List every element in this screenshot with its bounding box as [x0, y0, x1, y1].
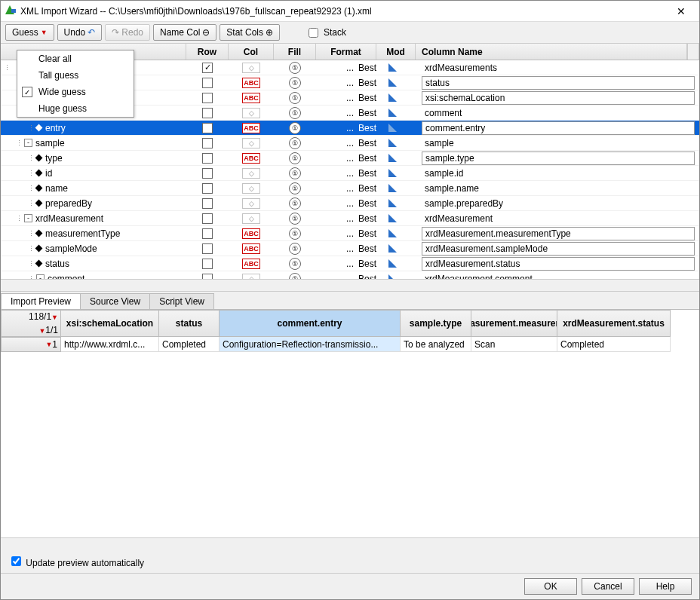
mod-cell[interactable]: [376, 214, 416, 222]
column-name-cell[interactable]: xrdMeasurement: [416, 213, 699, 224]
tree-row[interactable]: ⋮entryABC①...Best: [1, 121, 699, 136]
fill-cell[interactable]: ①: [274, 62, 316, 74]
preview-cell[interactable]: Completed: [159, 337, 220, 352]
preview-corner[interactable]: 118/1▼ ▼1/1: [1, 310, 61, 337]
format-cell[interactable]: ...Best: [316, 274, 376, 280]
fill-cell[interactable]: ①: [274, 107, 316, 119]
column-name-cell[interactable]: [416, 257, 699, 271]
stat-cols-button[interactable]: Stat Cols⊕: [220, 24, 280, 41]
col-type[interactable]: ABC: [229, 259, 274, 269]
menu-tall-guess[interactable]: Tall guess: [17, 67, 134, 84]
tree-row[interactable]: ⋮measurementTypeABC①...Best: [1, 226, 699, 241]
col-type[interactable]: ABC: [229, 243, 274, 254]
column-name-cell[interactable]: sample.id: [416, 168, 699, 179]
format-cell[interactable]: ...Best: [316, 259, 376, 269]
row-checkbox[interactable]: [186, 228, 229, 239]
name-col-button[interactable]: Name Col⊖: [153, 24, 216, 41]
col-type[interactable]: ABC: [229, 78, 274, 88]
format-cell[interactable]: ...Best: [316, 123, 376, 133]
hdr-col[interactable]: Col: [229, 44, 274, 60]
col-type[interactable]: ◇: [229, 198, 274, 209]
column-name-cell[interactable]: [416, 242, 699, 256]
format-cell[interactable]: ...Best: [316, 168, 376, 179]
format-cell[interactable]: ...Best: [316, 228, 376, 239]
preview-col-header[interactable]: xrdMeasurement.status: [557, 310, 671, 337]
fill-cell[interactable]: ①: [274, 197, 316, 210]
tree-row[interactable]: ⋮id◇①...Bestsample.id: [1, 166, 699, 181]
ok-button[interactable]: OK: [524, 578, 577, 595]
column-name-input[interactable]: [422, 257, 695, 271]
format-cell[interactable]: ...Best: [316, 243, 376, 254]
mod-cell[interactable]: [376, 199, 416, 207]
fill-cell[interactable]: ①: [274, 213, 316, 225]
mod-cell[interactable]: [376, 184, 416, 192]
column-name-cell[interactable]: [416, 121, 699, 135]
tree-row[interactable]: ⋮statusABC①...Best: [1, 256, 699, 271]
hdr-format[interactable]: Format: [316, 44, 376, 60]
fill-cell[interactable]: ①: [274, 122, 316, 134]
preview-col-header[interactable]: xsi:schemaLocation: [61, 310, 159, 337]
row-checkbox[interactable]: [186, 243, 229, 254]
column-name-cell[interactable]: sample.preparedBy: [416, 198, 699, 209]
tree-row[interactable]: ⋮sampleModeABC①...Best: [1, 241, 699, 256]
row-checkbox[interactable]: [186, 93, 229, 103]
column-name-input[interactable]: [422, 242, 695, 256]
preview-hscroll[interactable]: [1, 537, 699, 549]
column-name-cell[interactable]: [416, 227, 699, 240]
mod-cell[interactable]: [376, 229, 416, 237]
format-cell[interactable]: ...Best: [316, 78, 376, 88]
column-name-cell[interactable]: sample.name: [416, 183, 699, 194]
column-name-cell[interactable]: [416, 91, 699, 105]
hdr-row[interactable]: Row: [186, 44, 229, 60]
fill-cell[interactable]: ①: [274, 273, 316, 280]
column-name-cell[interactable]: xrdMeasurement.comment: [416, 274, 699, 280]
col-type[interactable]: ◇: [229, 168, 274, 179]
col-type[interactable]: ABC: [229, 153, 274, 164]
row-checkbox[interactable]: [186, 108, 229, 118]
row-checkbox[interactable]: [186, 153, 229, 164]
preview-cell[interactable]: To be analyzed: [401, 337, 471, 352]
preview-col-header[interactable]: comment.entry: [220, 310, 401, 337]
column-name-cell[interactable]: comment: [416, 108, 699, 118]
col-type[interactable]: ◇: [229, 213, 274, 224]
row-checkbox[interactable]: [186, 183, 229, 194]
preview-cell[interactable]: Scan: [471, 337, 557, 352]
preview-col-header[interactable]: xrdMeasurement.measurement...: [471, 310, 557, 337]
column-name-input[interactable]: [422, 152, 695, 165]
redo-button[interactable]: ↷Redo: [105, 24, 150, 41]
preview-cell[interactable]: http://www.xrdml.c...: [61, 337, 159, 352]
column-name-input[interactable]: [422, 227, 695, 240]
hdr-fill[interactable]: Fill: [274, 44, 316, 60]
hdr-colname[interactable]: Column Name: [416, 44, 687, 60]
toggle-icon[interactable]: -: [24, 214, 32, 222]
fill-cell[interactable]: ①: [274, 243, 316, 255]
preview-cell[interactable]: Completed: [557, 337, 671, 352]
col-type[interactable]: ◇: [229, 63, 274, 73]
mod-cell[interactable]: [376, 63, 416, 72]
fill-cell[interactable]: ①: [274, 152, 316, 164]
col-type[interactable]: ◇: [229, 138, 274, 148]
preview-col-header[interactable]: status: [159, 310, 220, 337]
col-type[interactable]: ◇: [229, 183, 274, 194]
col-type[interactable]: ◇: [229, 274, 274, 280]
column-name-cell[interactable]: [416, 152, 699, 165]
toggle-icon[interactable]: -: [24, 139, 32, 147]
fill-cell[interactable]: ①: [274, 228, 316, 240]
preview-cell[interactable]: Configuration=Reflection-transmissio...: [220, 337, 401, 352]
tab-import-preview[interactable]: Import Preview: [1, 293, 81, 309]
mod-cell[interactable]: [376, 78, 416, 87]
row-checkbox[interactable]: [186, 138, 229, 148]
row-checkbox[interactable]: [186, 198, 229, 209]
tree-row[interactable]: ⋮preparedBy◇①...Bestsample.preparedBy: [1, 196, 699, 211]
row-checkbox[interactable]: [186, 168, 229, 179]
format-cell[interactable]: ...Best: [316, 63, 376, 73]
mod-cell[interactable]: [376, 244, 416, 253]
menu-wide-guess[interactable]: ✓Wide guess: [17, 84, 134, 100]
mod-cell[interactable]: [376, 169, 416, 177]
column-name-input[interactable]: [422, 121, 695, 135]
column-name-cell[interactable]: sample: [416, 138, 699, 148]
column-name-cell[interactable]: [416, 76, 699, 90]
fill-cell[interactable]: ①: [274, 258, 316, 270]
format-cell[interactable]: ...Best: [316, 93, 376, 103]
mod-cell[interactable]: [376, 274, 416, 279]
